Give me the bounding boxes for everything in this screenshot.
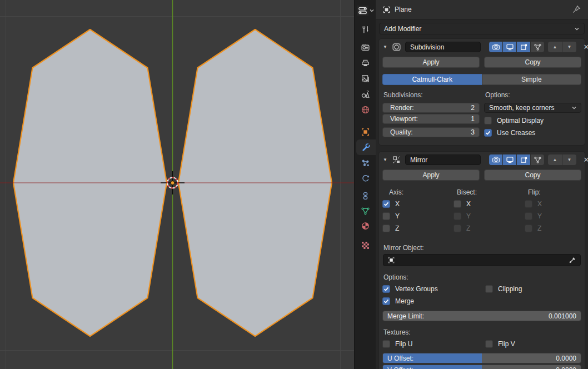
copy-button[interactable]: Copy — [484, 57, 581, 68]
tab-modifiers[interactable] — [356, 139, 376, 155]
optimal-display-row[interactable]: Optimal Display — [484, 117, 581, 124]
axis-z-row[interactable]: Z — [382, 225, 454, 232]
render-levels-field[interactable]: Render: 2 — [382, 103, 480, 113]
merge-row[interactable]: Merge — [382, 297, 485, 305]
tab-object[interactable] — [358, 125, 372, 138]
editor-type-selector[interactable] — [357, 4, 375, 17]
tab-particles[interactable] — [358, 156, 372, 169]
vertex-groups-row[interactable]: Vertex Groups — [382, 285, 485, 293]
reorder-buttons: ▲ ▼ — [548, 154, 576, 165]
bisect-y-checkbox — [454, 212, 461, 220]
flip-v-row[interactable]: Flip V — [485, 340, 581, 348]
toggle-editmode-display[interactable] — [517, 42, 530, 52]
copy-button[interactable]: Copy — [484, 169, 581, 181]
toggle-editmode-display[interactable] — [517, 154, 530, 165]
v-offset-slider[interactable]: V Offset: 0.0000 — [382, 365, 581, 369]
bisect-label: Bisect: — [455, 188, 525, 196]
move-modifier-down-button[interactable]: ▼ — [562, 42, 576, 52]
use-creases-checkbox[interactable] — [484, 129, 492, 137]
monitor-icon — [506, 43, 514, 51]
subdivisions-label: Subdivisions: — [383, 91, 480, 99]
modifier-name-field[interactable]: Mirror — [405, 154, 481, 165]
move-modifier-up-button[interactable]: ▲ — [548, 42, 562, 52]
axis-y-checkbox[interactable] — [382, 212, 390, 220]
axis-y-row[interactable]: Y — [382, 212, 454, 220]
uv-smooth-dropdown[interactable]: Smooth, keep corners — [484, 103, 581, 113]
properties-editor-icon — [357, 6, 368, 16]
flip-u-row[interactable]: Flip U — [382, 340, 485, 348]
flip-x-row: X — [525, 200, 581, 208]
mesh-data-icon — [361, 206, 370, 216]
camera-icon — [492, 156, 500, 164]
flip-v-checkbox[interactable] — [485, 340, 493, 348]
subdivision-body: Apply Copy Catmull-Clark Simple Subdivis… — [381, 54, 583, 141]
monitor-icon — [506, 156, 514, 164]
tab-texture[interactable] — [358, 238, 372, 252]
merge-limit-slider[interactable]: Merge Limit: 0.001000 — [382, 311, 581, 321]
tab-material[interactable] — [358, 219, 372, 232]
3d-viewport[interactable] — [0, 0, 354, 369]
display-toggle-group — [489, 154, 544, 165]
display-toggle-group — [489, 42, 544, 52]
mirror-axis-columns: Axis: X Y — [382, 188, 581, 237]
axis-x-row[interactable]: X — [382, 200, 454, 208]
apply-button[interactable]: Apply — [382, 57, 480, 68]
mirror-object-field[interactable] — [383, 254, 581, 266]
u-offset-slider[interactable]: U Offset: 0.0000 — [382, 353, 581, 363]
tab-object-data[interactable] — [358, 204, 372, 217]
object-breadcrumb-icon — [382, 6, 391, 14]
editmode-box-icon — [520, 156, 528, 164]
quality-field[interactable]: Quality: 3 — [382, 127, 480, 137]
clipping-checkbox[interactable] — [485, 285, 493, 293]
pin-icon[interactable] — [571, 4, 581, 14]
axis-z-checkbox[interactable] — [382, 225, 390, 232]
viewport-levels-field[interactable]: Viewport: 1 — [382, 114, 480, 124]
chevron-down-icon — [369, 8, 375, 13]
printer-icon — [361, 58, 370, 68]
breadcrumb: Plane — [395, 6, 412, 13]
move-modifier-up-button[interactable]: ▲ — [548, 154, 562, 165]
tab-world[interactable] — [358, 103, 372, 116]
delete-modifier-button[interactable]: ✕ — [580, 156, 588, 164]
tab-view-layer[interactable] — [358, 72, 372, 85]
properties-main-region: Plane Add Modifier ▼ — [376, 0, 588, 369]
modifier-name-field[interactable]: Subdivision — [405, 42, 481, 52]
vertex-groups-checkbox[interactable] — [382, 285, 390, 293]
tab-scene[interactable] — [358, 87, 372, 101]
add-modifier-dropdown[interactable]: Add Modifier — [379, 23, 585, 34]
clipping-row[interactable]: Clipping — [485, 285, 581, 293]
eyedropper-icon[interactable] — [569, 256, 576, 264]
move-modifier-down-button[interactable]: ▼ — [562, 154, 576, 165]
mirror-options-label: Options: — [383, 273, 581, 281]
optimal-display-checkbox[interactable] — [484, 117, 492, 124]
toggle-render-visibility[interactable] — [489, 42, 502, 52]
tab-constraints[interactable] — [358, 189, 372, 202]
tab-output[interactable] — [358, 56, 372, 69]
expand-panel-icon[interactable]: ▼ — [382, 157, 388, 162]
merge-checkbox[interactable] — [382, 297, 390, 305]
toggle-render-visibility[interactable] — [489, 154, 502, 165]
delete-modifier-button[interactable]: ✕ — [580, 43, 588, 51]
bisect-x-row[interactable]: X — [454, 200, 525, 208]
toggle-on-cage-display[interactable] — [531, 42, 544, 52]
modifier-panel-subdivision: ▼ Subdivision — [378, 38, 585, 146]
tab-physics[interactable] — [358, 172, 372, 185]
cage-triangle-icon — [534, 43, 542, 51]
catmull-clark-option[interactable]: Catmull-Clark — [382, 74, 482, 85]
tool-icon — [361, 25, 370, 34]
simple-option[interactable]: Simple — [482, 74, 582, 85]
use-creases-row[interactable]: Use Creases — [484, 129, 581, 137]
toggle-on-cage-display[interactable] — [531, 154, 544, 165]
apply-button[interactable]: Apply — [382, 169, 480, 181]
expand-panel-icon[interactable]: ▼ — [382, 44, 388, 49]
flip-u-checkbox[interactable] — [382, 340, 390, 348]
toggle-viewport-visibility[interactable] — [503, 42, 516, 52]
object-origin-dot — [171, 181, 174, 184]
tab-render[interactable] — [358, 41, 372, 54]
tab-tool[interactable] — [358, 23, 372, 36]
bisect-x-checkbox[interactable] — [454, 200, 461, 208]
toggle-viewport-visibility[interactable] — [503, 154, 516, 165]
mirror-modifier-icon — [392, 155, 401, 164]
flip-label: Flip: — [526, 188, 581, 196]
axis-x-checkbox[interactable] — [382, 200, 390, 208]
